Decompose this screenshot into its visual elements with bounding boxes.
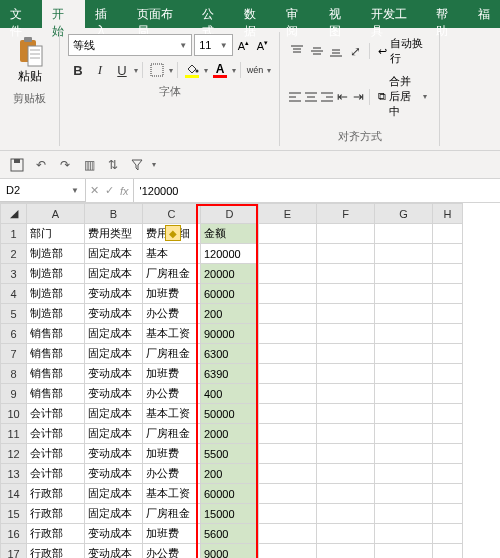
- cell[interactable]: [259, 284, 317, 304]
- cell[interactable]: [375, 444, 433, 464]
- align-center-button[interactable]: [304, 87, 318, 107]
- cell[interactable]: [375, 424, 433, 444]
- enter-button[interactable]: ✓: [105, 184, 114, 197]
- cell[interactable]: [259, 524, 317, 544]
- cell[interactable]: 变动成本: [85, 384, 143, 404]
- decrease-font-button[interactable]: A▾: [254, 34, 271, 56]
- cell[interactable]: 变动成本: [85, 284, 143, 304]
- cell[interactable]: [259, 424, 317, 444]
- cell[interactable]: 制造部: [27, 304, 85, 324]
- row-header[interactable]: 9: [1, 384, 27, 404]
- cell[interactable]: [375, 264, 433, 284]
- cell[interactable]: 行政部: [27, 484, 85, 504]
- ribbon-tab-帮助[interactable]: 帮助: [426, 0, 468, 28]
- cell[interactable]: 行政部: [27, 504, 85, 524]
- qat-dropdown[interactable]: ▾: [152, 160, 156, 169]
- cell[interactable]: [317, 224, 375, 244]
- cell[interactable]: [259, 484, 317, 504]
- cell[interactable]: [375, 344, 433, 364]
- cell[interactable]: 制造部: [27, 244, 85, 264]
- cell[interactable]: [317, 484, 375, 504]
- ribbon-tab-审阅[interactable]: 审阅: [276, 0, 318, 28]
- cell[interactable]: [317, 444, 375, 464]
- cell[interactable]: [433, 504, 463, 524]
- cell[interactable]: [375, 284, 433, 304]
- cell[interactable]: [317, 404, 375, 424]
- row-header[interactable]: 14: [1, 484, 27, 504]
- sort-button[interactable]: ⇅: [104, 156, 122, 174]
- cell[interactable]: [375, 484, 433, 504]
- cell[interactable]: 行政部: [27, 544, 85, 559]
- cell[interactable]: [433, 444, 463, 464]
- cell[interactable]: [433, 484, 463, 504]
- ribbon-tab-开发工具[interactable]: 开发工具: [361, 0, 426, 28]
- cell[interactable]: [433, 304, 463, 324]
- align-bottom-button[interactable]: [327, 41, 345, 61]
- cell[interactable]: 基本: [143, 244, 201, 264]
- cell[interactable]: 基本工资: [143, 324, 201, 344]
- ribbon-tab-福[interactable]: 福: [468, 0, 500, 28]
- grid[interactable]: ◢ABCDEFGH1部门费用类型费用明细金额2制造部固定成本基本1200003制…: [0, 203, 463, 558]
- name-box[interactable]: D2▼: [0, 179, 86, 202]
- cell[interactable]: [259, 464, 317, 484]
- cell[interactable]: 200: [201, 304, 259, 324]
- cell[interactable]: [375, 504, 433, 524]
- qat-custom-button[interactable]: ▥: [80, 156, 98, 174]
- cell[interactable]: 变动成本: [85, 444, 143, 464]
- cell[interactable]: [433, 404, 463, 424]
- cell[interactable]: [433, 464, 463, 484]
- cell[interactable]: [375, 464, 433, 484]
- font-name-select[interactable]: 等线▼: [68, 34, 192, 56]
- font-size-select[interactable]: 11▼: [194, 34, 233, 56]
- cell[interactable]: 加班费: [143, 284, 201, 304]
- cell[interactable]: 固定成本: [85, 504, 143, 524]
- cell[interactable]: 固定成本: [85, 324, 143, 344]
- cell[interactable]: [259, 344, 317, 364]
- cell[interactable]: [433, 524, 463, 544]
- cell[interactable]: [259, 224, 317, 244]
- row-header[interactable]: 16: [1, 524, 27, 544]
- cell[interactable]: [375, 244, 433, 264]
- align-middle-button[interactable]: [308, 41, 326, 61]
- cell[interactable]: 厂房租金: [143, 504, 201, 524]
- align-left-button[interactable]: [288, 87, 302, 107]
- cell[interactable]: 变动成本: [85, 544, 143, 559]
- cell[interactable]: [433, 264, 463, 284]
- cell[interactable]: 400: [201, 384, 259, 404]
- row-header[interactable]: 8: [1, 364, 27, 384]
- cell[interactable]: [317, 304, 375, 324]
- cell[interactable]: 办公费: [143, 544, 201, 559]
- cell[interactable]: 办公费: [143, 304, 201, 324]
- cell[interactable]: [375, 544, 433, 559]
- col-header-B[interactable]: B: [85, 204, 143, 224]
- cell[interactable]: [375, 364, 433, 384]
- fx-button[interactable]: fx: [120, 185, 129, 197]
- cell[interactable]: 销售部: [27, 324, 85, 344]
- cell[interactable]: [317, 264, 375, 284]
- row-header[interactable]: 6: [1, 324, 27, 344]
- col-header-D[interactable]: D: [201, 204, 259, 224]
- cell[interactable]: [317, 284, 375, 304]
- cell[interactable]: 部门: [27, 224, 85, 244]
- cell[interactable]: [375, 324, 433, 344]
- cell[interactable]: [317, 324, 375, 344]
- row-header[interactable]: 2: [1, 244, 27, 264]
- cell[interactable]: 厂房租金: [143, 344, 201, 364]
- cell[interactable]: 20000: [201, 264, 259, 284]
- row-header[interactable]: 10: [1, 404, 27, 424]
- cell[interactable]: 基本工资: [143, 484, 201, 504]
- cell[interactable]: [433, 544, 463, 559]
- cell[interactable]: 办公费: [143, 384, 201, 404]
- formula-input[interactable]: '120000: [134, 179, 500, 202]
- ribbon-tab-开始[interactable]: 开始: [42, 0, 84, 28]
- cell[interactable]: 6390: [201, 364, 259, 384]
- row-header[interactable]: 17: [1, 544, 27, 559]
- cell[interactable]: 固定成本: [85, 484, 143, 504]
- cell[interactable]: [317, 544, 375, 559]
- select-all[interactable]: ◢: [1, 204, 27, 224]
- row-header[interactable]: 4: [1, 284, 27, 304]
- cell[interactable]: 50000: [201, 404, 259, 424]
- cell[interactable]: 变动成本: [85, 464, 143, 484]
- row-header[interactable]: 3: [1, 264, 27, 284]
- filter-button[interactable]: [128, 156, 146, 174]
